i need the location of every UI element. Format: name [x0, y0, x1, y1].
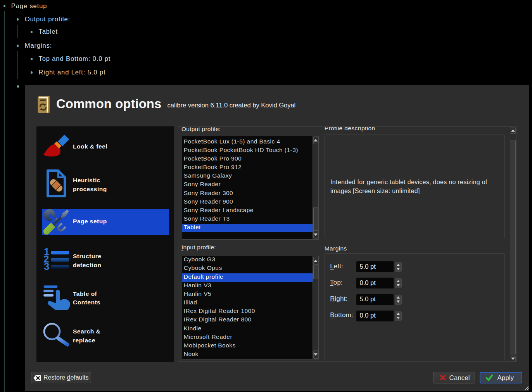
- svg-text:3: 3: [44, 261, 49, 272]
